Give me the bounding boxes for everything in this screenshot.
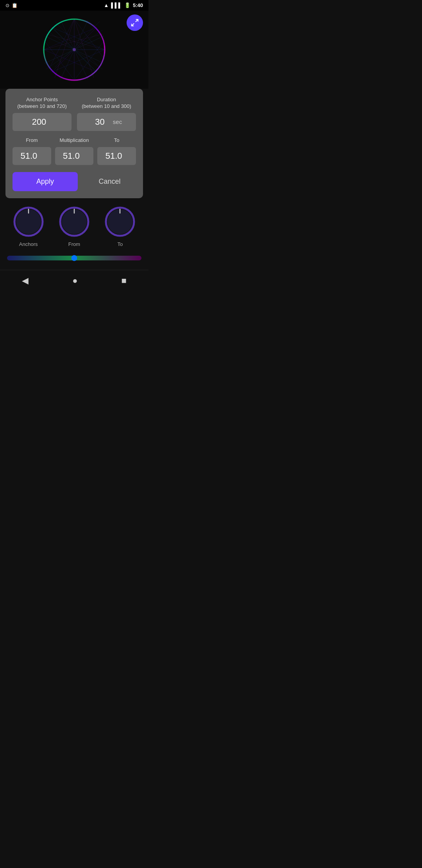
back-button[interactable]: ◀ xyxy=(14,274,36,287)
duration-label: Duration (between 10 and 300) xyxy=(82,97,131,110)
svg-line-7 xyxy=(49,19,74,69)
cancel-button[interactable]: Cancel xyxy=(83,172,136,191)
anchors-knob[interactable] xyxy=(13,206,44,237)
to-col: To xyxy=(97,137,136,165)
svg-line-9 xyxy=(52,50,105,72)
time-display: 5:40 xyxy=(133,2,143,8)
svg-line-6 xyxy=(74,19,105,59)
from-knob[interactable] xyxy=(59,206,90,237)
to-label: To xyxy=(114,137,120,144)
home-button[interactable]: ● xyxy=(64,274,85,287)
from-col: From xyxy=(13,137,51,165)
duration-col: Duration (between 10 and 300) sec xyxy=(77,97,136,131)
anchor-points-label: Anchor Points (between 10 and 720) xyxy=(17,97,66,110)
dialog-buttons: Apply Cancel xyxy=(13,172,136,191)
to-knob-item: To xyxy=(104,206,136,247)
from-knob-label: From xyxy=(68,241,80,247)
multiplication-label: Multiplication xyxy=(59,137,89,144)
color-slider-wrap xyxy=(7,255,141,262)
top-fields-row: Anchor Points (between 10 and 720) Durat… xyxy=(13,97,136,131)
duration-unit-label: sec xyxy=(113,118,122,125)
svg-line-23 xyxy=(55,19,74,78)
duration-input[interactable] xyxy=(91,117,111,127)
clipboard-icon: 📋 xyxy=(12,3,18,8)
wifi-icon: ▲ xyxy=(104,2,109,8)
from-label: From xyxy=(26,137,38,144)
knobs-row: Anchors From To xyxy=(5,206,143,247)
anchors-knob-label: Anchors xyxy=(19,241,38,247)
to-knob-label: To xyxy=(117,241,123,247)
svg-line-13 xyxy=(44,40,74,80)
to-knob[interactable] xyxy=(104,206,136,237)
camera-icon: ⊙ xyxy=(5,3,9,8)
recent-button[interactable]: ■ xyxy=(114,274,134,287)
signal-icon: ▌▌▌ xyxy=(111,2,122,8)
anchor-points-col: Anchor Points (between 10 and 720) xyxy=(13,97,72,131)
from-knob-item: From xyxy=(59,206,90,247)
from-input[interactable] xyxy=(13,147,51,165)
visualization-area xyxy=(0,11,148,89)
svg-line-27 xyxy=(136,20,138,22)
from-mult-to-row: From Multiplication To xyxy=(13,137,136,165)
navigation-bar: ◀ ● ■ xyxy=(0,270,148,290)
battery-icon: 🔋 xyxy=(124,2,131,8)
spirograph-canvas xyxy=(39,14,109,85)
status-left: ⊙ 📋 xyxy=(5,3,18,8)
status-right: ▲ ▌▌▌ 🔋 5:40 xyxy=(104,2,143,8)
expand-button[interactable] xyxy=(127,14,143,31)
svg-line-28 xyxy=(132,23,134,26)
apply-button[interactable]: Apply xyxy=(13,172,78,191)
settings-dialog: Anchor Points (between 10 and 720) Durat… xyxy=(5,89,143,198)
multiplication-input[interactable] xyxy=(55,147,94,165)
svg-line-10 xyxy=(44,27,97,50)
duration-input-wrap[interactable]: sec xyxy=(77,113,136,131)
svg-point-26 xyxy=(73,48,76,51)
svg-line-11 xyxy=(44,50,97,72)
status-bar: ⊙ 📋 ▲ ▌▌▌ 🔋 5:40 xyxy=(0,0,148,11)
color-slider[interactable] xyxy=(7,256,141,260)
anchors-knob-item: Anchors xyxy=(13,206,44,247)
to-input[interactable] xyxy=(97,147,136,165)
svg-line-8 xyxy=(52,27,105,50)
svg-line-22 xyxy=(74,19,94,78)
anchor-points-input[interactable] xyxy=(13,113,72,131)
bottom-controls-area: Anchors From To xyxy=(0,198,148,270)
multiplication-col: Multiplication xyxy=(55,137,94,165)
